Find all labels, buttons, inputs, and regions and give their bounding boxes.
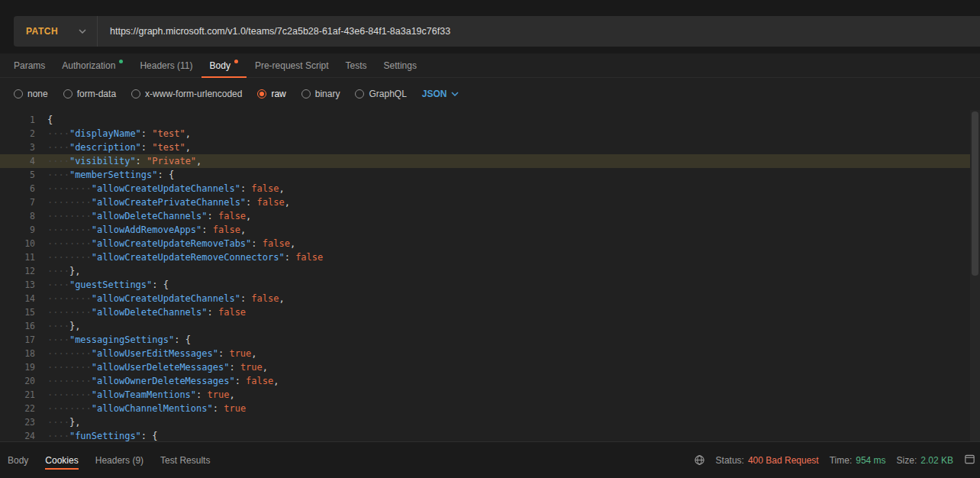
code-line-3[interactable]: 3····"description": "test", [0,140,980,154]
code-text: ········"allowChannelMentions": true [47,402,980,415]
response-meta: Status: 400 Bad Request Time: 954 ms Siz… [694,454,972,467]
scrollbar[interactable] [970,110,980,441]
status-indicator: Status: 400 Bad Request [716,455,819,466]
code-line-10[interactable]: 10········"allowCreateUpdateRemoveTabs":… [0,237,980,250]
indent-whitespace: ········ [47,252,92,263]
line-number: 5 [0,168,47,182]
code-line-16[interactable]: 16····}, [0,319,980,333]
indent-whitespace: ···· [47,334,69,345]
response-tab-label: Body [8,455,28,466]
code-line-24[interactable]: 24····"funSettings": { [0,429,980,441]
token-punctuation: , [290,238,295,249]
token-punctuation: }, [69,417,80,428]
indent-whitespace: ···· [47,431,69,441]
tab-body[interactable]: Body [201,53,247,77]
body-type-x-www-form-urlencoded[interactable]: x-www-form-urlencoded [131,89,242,99]
code-line-1[interactable]: 1{ [0,113,980,127]
line-number: 21 [0,388,47,402]
response-tab-cookies[interactable]: Cookies [37,442,86,478]
tab-label: Pre-request Script [255,60,329,71]
request-topbar: PATCH https://graph.microsoft.com/v1.0/t… [0,0,980,53]
console-icon[interactable] [964,454,975,467]
body-type-graphql[interactable]: GraphQL [355,89,406,99]
code-line-6[interactable]: 6········"allowCreateUpdateChannels": fa… [0,182,980,195]
body-type-form-data[interactable]: form-data [63,89,116,99]
code-editor[interactable]: 1{2····"displayName": "test",3····"descr… [0,110,980,441]
code-line-20[interactable]: 20········"allowOwnerDeleteMessages": fa… [0,374,980,388]
line-number: 22 [0,402,47,415]
token-boolean: false [251,293,279,304]
url-input[interactable]: https://graph.microsoft.com/v1.0/teams/7… [98,26,980,37]
code-text: ····"guestSettings": { [47,278,980,292]
token-string: "Private" [147,156,196,166]
tab-params[interactable]: Params [14,53,53,77]
line-number: 23 [0,415,47,429]
code-line-9[interactable]: 9········"allowAddRemoveApps": false, [0,223,980,237]
tab-headers-11[interactable]: Headers (11) [131,53,201,77]
token-punctuation: : { [141,431,158,441]
response-tab-headers-9[interactable]: Headers (9) [87,442,152,478]
indent-whitespace: ········ [47,362,92,373]
body-type-raw[interactable]: raw [257,89,285,99]
code-line-13[interactable]: 13····"guestSettings": { [0,278,980,292]
tab-label: Body [210,60,230,71]
indent-whitespace: ········ [47,376,92,386]
token-punctuation: : [196,389,207,400]
tab-pre-request-script[interactable]: Pre-request Script [247,53,337,77]
code-line-23[interactable]: 23····}, [0,415,980,429]
code-line-8[interactable]: 8········"allowDeleteChannels": false, [0,209,980,223]
indent-whitespace: ········ [47,389,92,400]
line-number: 2 [0,127,47,140]
radio-icon [131,89,140,99]
body-type-none[interactable]: none [14,89,48,99]
code-line-14[interactable]: 14········"allowCreateUpdateChannels": f… [0,292,980,305]
token-key: "allowTeamMentions" [92,389,196,400]
indent-whitespace: ········ [47,238,92,249]
code-line-2[interactable]: 2····"displayName": "test", [0,127,980,140]
code-line-15[interactable]: 15········"allowDeleteChannels": false [0,305,980,319]
request-builder-window: PATCH https://graph.microsoft.com/v1.0/t… [0,0,980,478]
body-type-binary[interactable]: binary [301,89,340,99]
tab-settings[interactable]: Settings [376,53,425,77]
code-text: ····"messagingSettings": { [47,333,980,347]
tab-authorization[interactable]: Authorization [53,53,131,77]
token-boolean: false [218,307,246,318]
token-boolean: false [213,224,240,235]
line-number: 8 [0,209,47,223]
code-line-5[interactable]: 5····"memberSettings": { [0,168,980,182]
token-punctuation: : [229,362,240,373]
response-tab-body[interactable]: Body [8,442,37,478]
scrollbar-thumb[interactable] [972,111,978,276]
token-punctuation: , [229,389,234,400]
token-boolean: false [295,252,323,263]
token-key: "allowCreateUpdateChannels" [92,293,240,304]
language-select[interactable]: JSON [422,89,459,99]
code-line-12[interactable]: 12····}, [0,264,980,278]
code-line-18[interactable]: 18········"allowUserEditMessages": true, [0,347,980,360]
token-boolean: true [208,389,230,400]
token-punctuation: , [185,142,191,153]
line-number: 6 [0,182,47,195]
code-line-22[interactable]: 22········"allowChannelMentions": true [0,402,980,415]
method-dropdown[interactable]: PATCH [14,16,97,47]
token-punctuation: : [240,183,251,194]
code-line-17[interactable]: 17····"messagingSettings": { [0,333,980,347]
code-line-21[interactable]: 21········"allowTeamMentions": true, [0,388,980,402]
code-text: ····"memberSettings": { [47,168,980,182]
response-tab-test-results[interactable]: Test Results [152,442,218,478]
code-text: ········"allowOwnerDeleteMessages": fals… [47,374,980,388]
code-text: ········"allowCreateUpdateRemoveTabs": f… [47,237,980,250]
token-punctuation: : { [158,170,175,180]
code-line-11[interactable]: 11········"allowCreateUpdateRemoveConnec… [0,250,980,264]
code-line-4[interactable]: 4····"visibility": "Private", [0,154,980,168]
url-bar: PATCH https://graph.microsoft.com/v1.0/t… [14,16,980,47]
tab-tests[interactable]: Tests [337,53,376,77]
line-number: 19 [0,360,47,374]
line-number: 16 [0,319,47,333]
token-punctuation: , [273,376,279,386]
indent-whitespace: ···· [47,266,69,276]
code-line-7[interactable]: 7········"allowCreatePrivateChannels": f… [0,195,980,209]
code-line-19[interactable]: 19········"allowUserDeleteMessages": tru… [0,360,980,374]
token-punctuation: , [196,156,201,166]
indent-whitespace: ········ [47,307,92,318]
